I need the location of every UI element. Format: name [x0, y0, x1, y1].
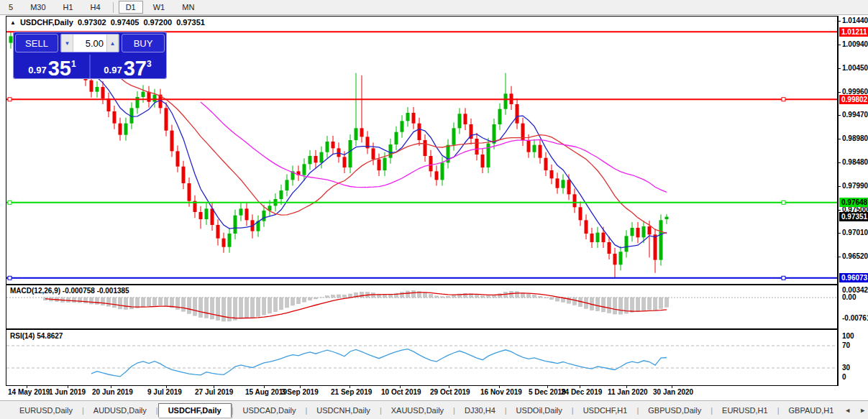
chart-tab-dj30-h4[interactable]: DJ30,H4	[455, 404, 505, 417]
timeframe-button-h1[interactable]: H1	[56, 1, 81, 14]
chart-tab-eurusd-daily[interactable]: EURUSD,Daily	[10, 404, 82, 417]
rsi-axis-70: 70	[842, 341, 850, 349]
price-tick-mark	[839, 21, 841, 22]
macd-label: MACD(12,26,9) -0.000758 -0.001385	[10, 287, 129, 295]
buy-price[interactable]: 0.97 37 3	[91, 55, 165, 78]
sell-price-big: 35	[48, 59, 71, 78]
price-axis[interactable]: 1.014401.009401.004500.999600.994700.989…	[838, 16, 868, 386]
chart-tab-usdcnh-daily[interactable]: USDCNH,Daily	[307, 404, 380, 417]
chart-tab-gbpusd-daily[interactable]: GBPUSD,Daily	[639, 404, 711, 417]
price-tick-label: 0.97010	[842, 229, 868, 237]
price-tick-mark	[839, 210, 841, 211]
buy-button[interactable]: BUY	[122, 34, 165, 52]
line-handle	[8, 276, 12, 280]
price-tick-mark	[839, 92, 841, 93]
macd-histogram-layer	[44, 290, 669, 321]
symbol-period-label: USDCHF,Daily	[20, 18, 73, 27]
chart-tab-usdcad-daily[interactable]: USDCAD,Daily	[233, 404, 305, 417]
price-level-badge: 0.97648	[839, 198, 868, 207]
volume-input[interactable]	[73, 34, 106, 52]
chart-tab-bar: EURUSD,Daily|AUDUSD,Daily|USDCHF,Daily|U…	[0, 400, 868, 419]
line-handle	[782, 98, 785, 101]
sell-price[interactable]: 0.97 35 1	[15, 55, 89, 78]
price-tick-mark	[839, 68, 841, 69]
ohlc-high: 0.97405	[111, 18, 140, 27]
chart-tab-gbpaud-h1[interactable]: GBPAUD,H1	[780, 404, 844, 417]
chart-tab-eurusd-h1[interactable]: EURUSD,H1	[713, 404, 777, 417]
chart-tab-xauusd-daily[interactable]: XAUUSD,Daily	[382, 404, 453, 417]
horizontal-line-0.96073[interactable]	[6, 276, 837, 280]
time-tick-label: 16 Nov 2019	[480, 388, 522, 396]
rsi-axis-0: 0	[842, 373, 846, 381]
chart-tab-audusd-daily[interactable]: AUDUSD,Daily	[84, 404, 156, 417]
line-handle	[8, 201, 12, 204]
price-tick-label: 0.97990	[842, 182, 868, 190]
buy-price-big: 37	[124, 59, 147, 78]
sell-button[interactable]: SELL	[15, 34, 58, 52]
macd-axis-zero: 0.00	[842, 293, 856, 301]
time-tick-label: 14 May 2019	[8, 388, 50, 396]
sell-price-pip: 1	[71, 59, 76, 69]
ohlc-close: 0.97351	[176, 18, 205, 27]
timeframe-button-5[interactable]: 5	[1, 1, 20, 14]
app-root: 5M30H1H4D1W1MN ▲ USDCHF,Daily 0.97302 0.…	[0, 0, 868, 419]
time-tick-label: 21 Sep 2019	[331, 388, 372, 396]
time-tick-label: 10 Oct 2019	[381, 388, 421, 396]
line-handle	[8, 98, 12, 101]
time-tick-label: 9 Jul 2019	[147, 388, 182, 396]
timeframe-button-m30[interactable]: M30	[23, 1, 52, 14]
time-tick-label: 24 Dec 2019	[561, 388, 602, 396]
line-handle	[782, 201, 785, 204]
time-axis[interactable]: 14 May 20191 Jun 201920 Jun 20199 Jul 20…	[6, 386, 838, 400]
chart-tab-usdchf-h1[interactable]: USDCHF,H1	[574, 404, 637, 417]
chart-tab-usdchf-daily[interactable]: USDCHF,Daily	[158, 403, 232, 418]
price-tick-mark	[839, 45, 841, 45]
buy-price-base: 0.97	[104, 65, 122, 75]
chart-title: ▲ USDCHF,Daily 0.97302 0.97405 0.97200 0…	[10, 18, 205, 27]
macd-panel-plot[interactable]	[6, 285, 837, 328]
sell-price-base: 0.97	[28, 65, 46, 75]
time-tick-label: 1 Jun 2019	[49, 388, 86, 396]
price-tick-label: 0.98480	[842, 158, 868, 167]
horizontal-line-0.99802[interactable]	[6, 98, 837, 101]
rsi-label: RSI(14) 54.8627	[10, 332, 63, 340]
timeframe-button-w1[interactable]: W1	[146, 1, 173, 14]
volume-increase-button[interactable]: ▲	[106, 34, 119, 52]
time-tick-label: 20 Jun 2019	[92, 388, 133, 396]
time-tick-label: 5 Dec 2019	[529, 388, 566, 396]
ohlc-open: 0.97302	[78, 18, 106, 27]
price-tick-mark	[839, 139, 841, 139]
horizontal-line-0.97648[interactable]	[6, 201, 837, 204]
ohlc-low: 0.97200	[143, 18, 172, 27]
ma-line-mid	[109, 68, 667, 233]
price-tick-mark	[839, 186, 841, 187]
price-tick-mark	[839, 115, 841, 116]
tab-scroll-arrows: ◄►	[843, 405, 867, 415]
timeframe-button-h4[interactable]: H4	[83, 1, 108, 14]
scroll-right-icon[interactable]: ►	[858, 405, 867, 415]
timeframe-button-mn[interactable]: MN	[175, 1, 201, 14]
price-level-badge: 0.96073	[839, 273, 868, 282]
scroll-left-icon[interactable]: ◄	[843, 405, 852, 415]
time-tick-label: 30 Jan 2020	[653, 388, 693, 396]
price-tick-label: 1.00940	[842, 40, 868, 49]
time-tick-label: 3 Sep 2019	[281, 388, 319, 396]
buy-price-pip: 3	[147, 59, 152, 69]
line-handle	[782, 276, 785, 280]
ma-line-slow	[201, 102, 667, 193]
price-tick-mark	[839, 162, 841, 163]
collapse-arrow-icon[interactable]: ▲	[10, 19, 16, 26]
macd-axis-min: -0.00761	[842, 314, 868, 322]
price-tick-label: 0.99470	[842, 111, 868, 119]
timeframe-toolbar: 5M30H1H4D1W1MN	[0, 0, 868, 15]
price-tick-mark	[839, 257, 841, 257]
rsi-panel-plot[interactable]	[6, 330, 837, 385]
rsi-axis-30: 30	[842, 364, 850, 372]
time-tick-label: 27 Jul 2019	[195, 388, 233, 396]
volume-decrease-button[interactable]: ▼	[61, 34, 73, 52]
timeframe-button-d1[interactable]: D1	[119, 1, 143, 14]
volume-stepper: ▼ ▲	[60, 34, 119, 52]
chart-tab-usdoil-daily[interactable]: USDOil,Daily	[507, 404, 572, 417]
current-price-badge: 0.97351	[839, 212, 868, 221]
time-tick-label: 29 Oct 2019	[430, 388, 470, 396]
